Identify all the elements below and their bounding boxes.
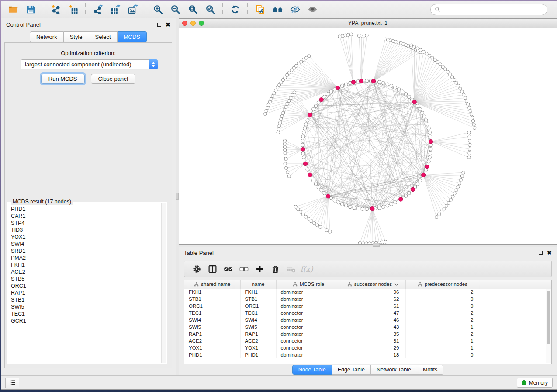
zoom-fit-button[interactable] — [184, 3, 201, 17]
clone-network-button[interactable] — [251, 3, 269, 17]
table-cell[interactable]: dominator — [276, 316, 341, 323]
table-cell[interactable]: 29 — [341, 344, 405, 351]
table-cell[interactable]: connector — [276, 344, 341, 351]
table-row[interactable]: TEC1TEC1connector472 — [184, 309, 551, 316]
mcds-result-item[interactable]: STB1 — [11, 296, 158, 303]
table-cell[interactable]: YOX1 — [240, 344, 276, 351]
zoom-selected-button[interactable] — [201, 3, 219, 17]
close-panel-button[interactable]: ✖ — [166, 23, 170, 27]
table-cell[interactable]: FKH1 — [240, 289, 276, 296]
column-header-shared-name[interactable]: shared name — [184, 280, 240, 289]
deselect-all-button[interactable] — [236, 262, 252, 275]
table-cell[interactable]: dominator — [276, 351, 341, 358]
table-row[interactable]: STB1STB1dominator620 — [184, 296, 551, 303]
table-row[interactable]: YOX1YOX1connector291 — [184, 344, 551, 351]
table-cell[interactable]: ORC1 — [184, 303, 240, 309]
mcds-result-item[interactable]: SRD1 — [11, 248, 158, 254]
table-cell[interactable]: 2 — [405, 309, 480, 316]
float-table-panel-button[interactable] — [539, 251, 543, 255]
table-cell[interactable]: RAP1 — [184, 330, 240, 337]
table-cell[interactable]: dominator — [276, 296, 341, 303]
tab-network-table[interactable]: Network Table — [371, 365, 417, 375]
float-panel-button[interactable] — [157, 23, 161, 27]
table-cell[interactable]: dominator — [276, 289, 341, 296]
memory-button[interactable]: Memory — [517, 378, 553, 388]
table-cell[interactable]: 1 — [405, 323, 480, 330]
mcds-result-item[interactable]: PHD1 — [11, 206, 158, 213]
column-header-name[interactable]: name — [240, 280, 276, 289]
table-cell[interactable]: 46 — [341, 316, 405, 323]
table-cell[interactable]: STB1 — [240, 296, 276, 303]
zoom-in-button[interactable] — [149, 3, 166, 17]
table-cell[interactable]: 31 — [341, 337, 405, 344]
table-cell[interactable]: 2 — [405, 316, 480, 323]
table-cell[interactable]: SWI5 — [184, 323, 240, 330]
columns-button[interactable] — [204, 262, 220, 275]
horizontal-splitter[interactable] — [179, 245, 557, 247]
table-cell[interactable]: PHD1 — [240, 351, 276, 358]
mcds-result-item[interactable]: YOX1 — [11, 234, 158, 241]
add-button[interactable] — [252, 262, 267, 275]
criterion-select[interactable]: largest connected component (undirected) — [21, 59, 158, 69]
table-cell[interactable]: 2 — [405, 289, 480, 296]
splitter-grabber-h[interactable] — [373, 243, 380, 247]
table-scrollbar[interactable] — [546, 289, 551, 363]
splitter-grabber[interactable] — [176, 193, 179, 200]
table-cell[interactable]: 2 — [405, 330, 480, 337]
table-cell[interactable]: ACE2 — [240, 337, 276, 344]
table-cell[interactable]: connector — [276, 309, 341, 316]
network-graph[interactable] — [179, 28, 557, 244]
table-row[interactable]: SWI5SWI5connector431 — [184, 323, 551, 330]
mcds-result-item[interactable]: ACE2 — [11, 268, 158, 275]
table-cell[interactable]: 1 — [405, 337, 480, 344]
run-mcds-button[interactable]: Run MCDS — [41, 74, 85, 84]
hide-selected-button[interactable] — [286, 3, 304, 17]
tab-style[interactable]: Style — [64, 31, 89, 42]
vertical-splitter[interactable] — [176, 18, 179, 375]
table-scrollbar-thumb[interactable] — [547, 291, 550, 344]
mcds-result-item[interactable]: SWI4 — [11, 241, 158, 248]
mcds-result-item[interactable]: GCR1 — [11, 317, 158, 324]
table-row[interactable]: ACE2ACE2connector311 — [184, 337, 551, 344]
table-cell[interactable]: 62 — [341, 296, 405, 303]
export-image-button[interactable] — [124, 3, 142, 17]
zoom-out-button[interactable] — [166, 3, 184, 17]
tab-mcds[interactable]: MCDS — [118, 31, 147, 42]
table-cell[interactable]: 18 — [341, 351, 405, 358]
close-table-panel-button[interactable]: ✖ — [547, 251, 552, 255]
mcds-list-scrollbar[interactable] — [161, 203, 166, 363]
table-row[interactable]: ORC1ORC1dominator610 — [184, 303, 551, 309]
mcds-result-item[interactable]: STP4 — [11, 220, 158, 227]
column-header-predecessor-nodes[interactable]: predecessor nodes — [405, 280, 480, 289]
table-row[interactable]: SWI4SWI4dominator462 — [184, 316, 551, 323]
export-table-button[interactable] — [107, 3, 124, 17]
tab-select[interactable]: Select — [89, 31, 118, 42]
mcds-result-item[interactable]: RAP1 — [11, 289, 158, 296]
save-button[interactable] — [22, 3, 39, 17]
table-cell[interactable]: PHD1 — [184, 351, 240, 358]
column-header-successor-nodes[interactable]: successor nodes — [341, 280, 405, 289]
mcds-result-item[interactable]: SWI5 — [11, 303, 158, 310]
table-cell[interactable]: 1 — [405, 344, 480, 351]
show-all-button[interactable] — [304, 3, 321, 17]
table-cell[interactable]: 0 — [405, 303, 480, 309]
close-panel-button-2[interactable]: Close panel — [91, 74, 136, 84]
column-header-MCDS-role[interactable]: MCDS role — [276, 280, 341, 289]
tab-network[interactable]: Network — [30, 31, 64, 42]
table-cell[interactable]: SWI4 — [184, 316, 240, 323]
table-cell[interactable]: SWI4 — [240, 316, 276, 323]
select-all-button[interactable] — [220, 262, 236, 275]
table-row[interactable]: RAP1RAP1dominator352 — [184, 330, 551, 337]
table-cell[interactable]: STB1 — [184, 296, 240, 303]
table-cell[interactable]: SWI5 — [240, 323, 276, 330]
table-row[interactable]: FKH1FKH1dominator962 — [184, 289, 551, 296]
mcds-result-item[interactable]: CAR1 — [11, 213, 158, 220]
mcds-result-item[interactable]: FKH1 — [11, 261, 158, 268]
table-cell[interactable]: 47 — [341, 309, 405, 316]
table-cell[interactable]: 0 — [405, 351, 480, 358]
mcds-result-item[interactable]: PMA2 — [11, 254, 158, 261]
table-cell[interactable]: dominator — [276, 330, 341, 337]
table-cell[interactable]: TEC1 — [240, 309, 276, 316]
table-cell[interactable]: connector — [276, 337, 341, 344]
mcds-result-item[interactable]: TID3 — [11, 227, 158, 234]
